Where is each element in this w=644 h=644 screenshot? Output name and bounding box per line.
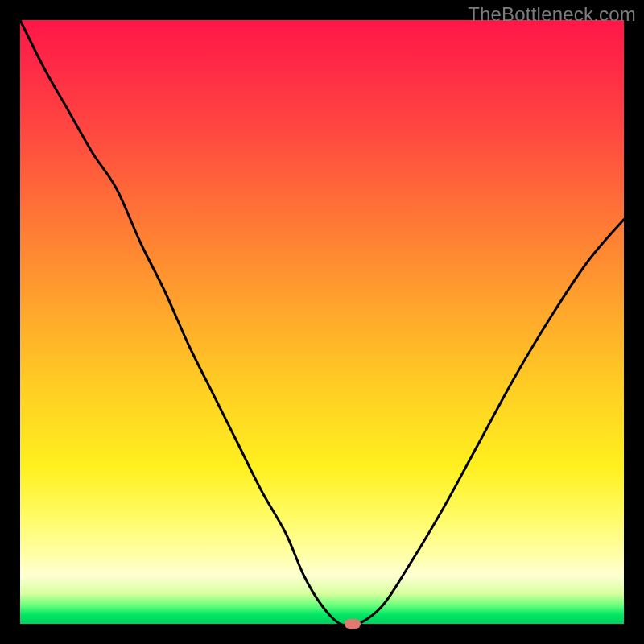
watermark-text: TheBottleneck.com xyxy=(468,3,636,26)
chart-frame: TheBottleneck.com xyxy=(0,0,644,644)
bottleneck-curve xyxy=(20,20,624,624)
optimum-marker xyxy=(345,619,361,629)
